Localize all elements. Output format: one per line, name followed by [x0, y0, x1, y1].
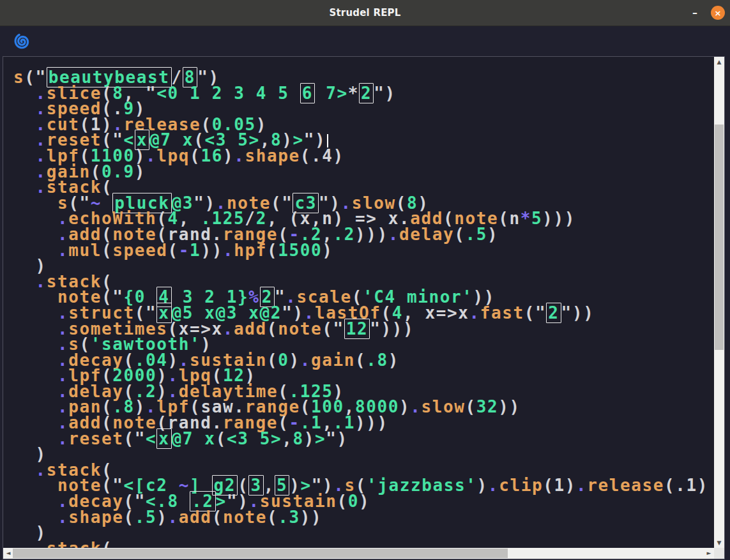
- code-token: ): [697, 476, 708, 495]
- code-token: (: [337, 492, 347, 511]
- code-token: .5: [466, 225, 488, 244]
- horizontal-scrollbar[interactable]: ◄ ►: [3, 548, 714, 559]
- code-token: shape: [245, 146, 300, 165]
- code-token: <: [146, 429, 156, 448]
- code-token: 0: [348, 492, 359, 511]
- scroll-down-icon[interactable]: ▼: [714, 538, 724, 548]
- code-token: )): [201, 241, 223, 260]
- active-event-highlight: 2: [546, 303, 561, 323]
- code-token: .8: [366, 351, 388, 370]
- code-line: ): [13, 258, 714, 274]
- scroll-left-icon[interactable]: ◄: [3, 548, 13, 559]
- code-token: (: [216, 429, 227, 448]
- code-token: .: [223, 241, 234, 260]
- code-token: note: [223, 508, 267, 527]
- close-button[interactable]: ×: [711, 6, 725, 20]
- code-token: (: [466, 397, 476, 416]
- scroll-up-icon[interactable]: ▲: [714, 57, 724, 67]
- code-token: (: [102, 539, 112, 548]
- active-event-highlight: x: [156, 428, 171, 449]
- code-token: s: [13, 68, 24, 87]
- code-token: .4: [311, 146, 333, 165]
- scroll-right-icon[interactable]: ►: [704, 548, 714, 559]
- code-token: .5: [135, 508, 157, 527]
- code-line: ): [13, 446, 714, 462]
- code-token: ": [326, 429, 337, 448]
- code-token: )): [300, 508, 323, 527]
- code-token: .: [57, 429, 68, 448]
- code-token: ": [135, 429, 146, 448]
- code-token: (: [498, 209, 509, 228]
- code-token: fast: [480, 303, 524, 322]
- code-token: 1500: [278, 241, 322, 260]
- code-line: .reset("<x@7 x(<3 5>,8)>"): [13, 431, 714, 447]
- code-token: 7>: [315, 84, 348, 103]
- code-token: (: [267, 319, 278, 338]
- code-token: shape: [68, 508, 123, 527]
- code-editor-panel: s("beautybeast/8").slice(8, "<0 1 2 3 4 …: [3, 56, 725, 559]
- vertical-scroll-thumb[interactable]: [715, 125, 724, 350]
- code-token: ": [333, 319, 344, 338]
- code-token: .3: [278, 508, 300, 527]
- app-window: Strudel REPL – × s("beautybeast/8").slic…: [0, 0, 730, 560]
- window-title: Strudel REPL: [329, 7, 400, 19]
- code-token: (: [322, 319, 333, 338]
- titlebar[interactable]: Strudel REPL – ×: [0, 0, 730, 26]
- code-token: 16: [201, 146, 223, 165]
- code-token: .: [36, 539, 47, 548]
- code-token: ): [487, 225, 498, 244]
- code-token: (: [267, 351, 278, 370]
- code-token: ): [333, 146, 344, 165]
- code-token: .: [57, 241, 68, 260]
- code-token: (: [300, 146, 311, 165]
- code-token: .: [36, 460, 47, 480]
- code-line: .shape(.5).add(note(.3)): [13, 510, 714, 526]
- code-token: ))): [542, 209, 575, 228]
- code-token: ))): [355, 225, 388, 244]
- code-token: ): [337, 429, 348, 448]
- code-token: (: [190, 146, 201, 165]
- code-token: .: [146, 146, 156, 165]
- code-token: ): [156, 508, 167, 527]
- code-token: release: [587, 476, 664, 495]
- code-token: ): [384, 84, 395, 103]
- code-line: .stack(: [13, 541, 714, 548]
- code-token: .: [36, 272, 47, 291]
- code-token: hpf: [234, 241, 267, 260]
- code-token: note: [278, 319, 322, 338]
- code-token: @7 x: [172, 429, 216, 448]
- code-token: ": [146, 84, 156, 103]
- vertical-scrollbar[interactable]: ▲ ▼: [714, 57, 724, 548]
- horizontal-scroll-thumb[interactable]: [13, 549, 508, 558]
- code-token: (: [664, 476, 675, 495]
- code-token: (: [124, 429, 135, 448]
- strudel-spiral-logo-icon[interactable]: [13, 32, 32, 51]
- code-token: .: [488, 476, 499, 495]
- code-token: .: [300, 351, 311, 370]
- code-token: slow: [422, 397, 466, 416]
- scrollbar-corner: [714, 548, 724, 559]
- code-token: stack: [47, 539, 102, 548]
- code-token: ): [304, 429, 315, 448]
- code-token: <3 5>: [227, 429, 282, 448]
- code-token: .1: [675, 476, 697, 495]
- active-event-highlight: 2: [359, 83, 374, 103]
- code-token: *: [348, 84, 359, 103]
- code-editor[interactable]: s("beautybeast/8").slice(8, "<0 1 2 3 4 …: [3, 57, 714, 548]
- code-token: .: [234, 146, 245, 165]
- code-token: .: [36, 178, 47, 197]
- code-token: n: [510, 209, 521, 228]
- code-token: .2: [333, 225, 355, 244]
- code-token: )): [498, 397, 521, 416]
- code-token: .: [223, 319, 234, 338]
- code-line: .mul(speed(-1)).hpf(1500): [13, 243, 714, 259]
- code-token: ": [374, 84, 384, 103]
- code-token: *: [521, 209, 531, 228]
- code-token: reset: [68, 429, 123, 448]
- code-token: ): [388, 351, 399, 370]
- code-token: 1: [554, 476, 565, 495]
- code-token: ): [223, 146, 234, 165]
- minimize-button[interactable]: –: [688, 0, 702, 26]
- app-toolbar: [0, 26, 730, 56]
- code-token: ": [370, 319, 381, 338]
